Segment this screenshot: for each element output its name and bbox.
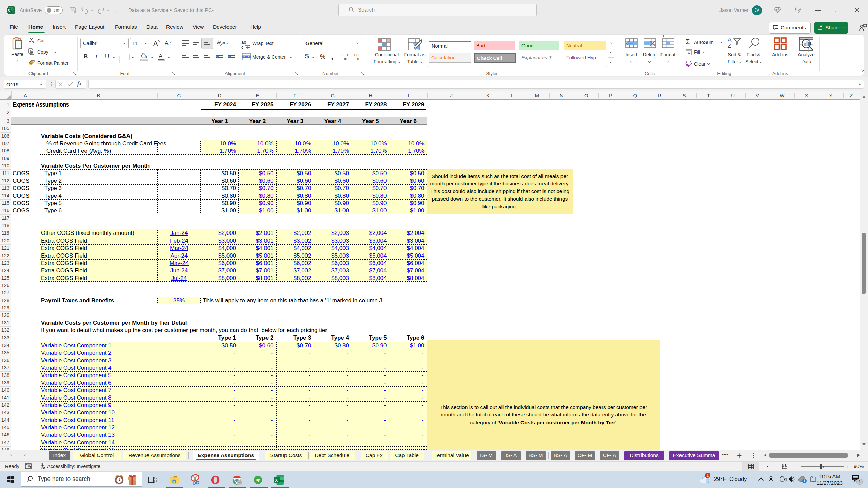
svg-text:up: up: [256, 478, 260, 482]
svg-text:X: X: [8, 8, 11, 12]
svg-text:X: X: [275, 478, 278, 483]
